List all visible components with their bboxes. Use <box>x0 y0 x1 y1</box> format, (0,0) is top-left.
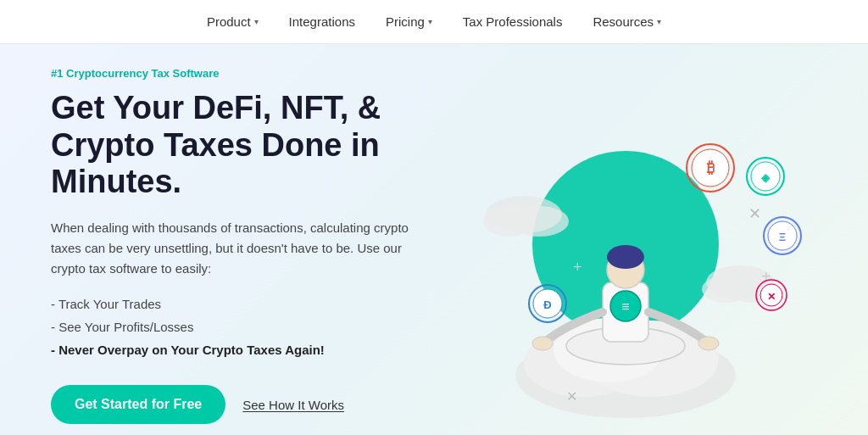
see-how-it-works-button[interactable]: See How It Works <box>242 398 344 412</box>
nav-product[interactable]: Product ▾ <box>207 14 259 29</box>
svg-text:Ξ: Ξ <box>779 231 786 243</box>
nav-resources-chevron: ▾ <box>657 17 661 26</box>
nav-integrations-label: Integrations <box>289 14 355 29</box>
hero-description: When dealing with thousands of transacti… <box>51 218 432 279</box>
svg-text:✕: ✕ <box>748 205 761 222</box>
hero-title: Get Your DeFi, NFT, & Crypto Taxes Done … <box>51 90 434 201</box>
get-started-button[interactable]: Get Started for Free <box>51 385 225 424</box>
svg-text:◈: ◈ <box>760 171 771 184</box>
cta-row: Get Started for Free See How It Works <box>51 385 434 424</box>
svg-text:₿: ₿ <box>707 159 715 176</box>
nav-product-chevron: ▾ <box>254 17 259 26</box>
hero-section: #1 Cryptocurrency Tax Software Get Your … <box>0 44 868 435</box>
svg-point-15 <box>532 337 553 350</box>
nav-integrations[interactable]: Integrations <box>289 14 355 29</box>
nav-pricing-label: Pricing <box>386 14 425 29</box>
svg-text:Đ: Đ <box>543 298 551 311</box>
hero-content: #1 Cryptocurrency Tax Software Get Your … <box>51 67 434 435</box>
hero-illustration: ≡ ₿ ◈ Ξ Đ ✕ + + ✕ <box>434 79 817 435</box>
svg-text:✕: ✕ <box>767 291 776 303</box>
svg-point-16 <box>698 337 719 350</box>
feature-profits: - See Your Profits/Losses <box>51 315 434 338</box>
hero-features: - Track Your Trades - See Your Profits/L… <box>51 293 434 361</box>
nav-pricing[interactable]: Pricing ▾ <box>386 14 432 29</box>
svg-text:≡: ≡ <box>621 299 629 314</box>
navigation: Product ▾ Integrations Pricing ▾ Tax Pro… <box>0 0 868 44</box>
nav-tax-professionals[interactable]: Tax Professionals <box>463 14 563 29</box>
svg-point-7 <box>509 206 569 237</box>
feature-overpay: - Never Overpay on Your Crypto Taxes Aga… <box>51 338 434 361</box>
hero-badge: #1 Cryptocurrency Tax Software <box>51 67 434 80</box>
feature-track: - Track Your Trades <box>51 293 434 315</box>
nav-resources-label: Resources <box>593 14 654 29</box>
svg-text:+: + <box>573 259 582 276</box>
nav-resources[interactable]: Resources ▾ <box>593 14 661 29</box>
nav-pricing-chevron: ▾ <box>428 17 432 26</box>
nav-tax-professionals-label: Tax Professionals <box>463 14 563 29</box>
svg-point-14 <box>607 245 644 269</box>
svg-text:✕: ✕ <box>566 389 577 404</box>
nav-product-label: Product <box>207 14 251 29</box>
